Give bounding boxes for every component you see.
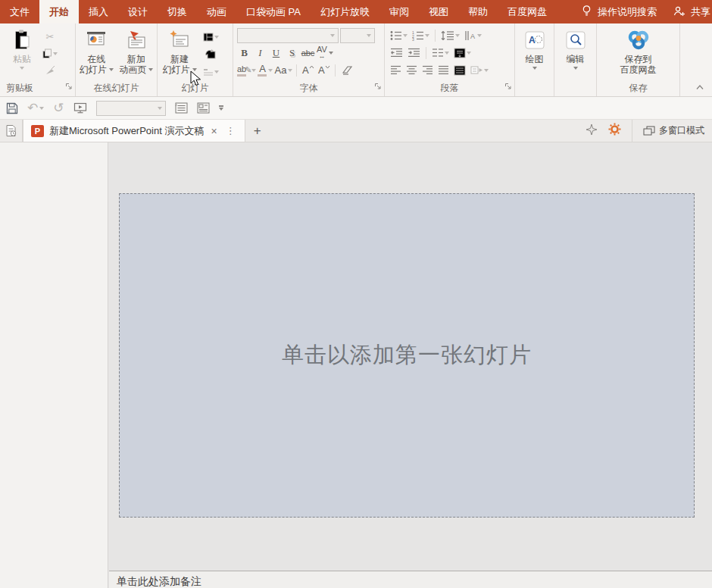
text-direction-button[interactable]: A	[463, 28, 483, 43]
align-text-button[interactable]	[452, 45, 473, 61]
tab-file[interactable]: 文件	[0, 0, 39, 23]
tab-animations[interactable]: 动画	[197, 0, 236, 23]
highlight-button[interactable]: ab ✎	[237, 63, 256, 78]
slide-thumbnail-pane[interactable]	[0, 142, 108, 588]
justify-button[interactable]	[436, 63, 451, 78]
redo-button[interactable]: ↺	[53, 102, 64, 114]
settings-button[interactable]	[608, 123, 621, 139]
change-case-button[interactable]: Aa	[274, 63, 292, 78]
align-left-button[interactable]	[389, 63, 403, 78]
tab-baidu-netdisk[interactable]: 百度网盘	[498, 0, 557, 23]
clipboard-group-label: 剪贴板	[0, 82, 75, 95]
undo-button[interactable]: ↶	[27, 102, 44, 114]
line-spacing-button[interactable]	[439, 28, 461, 43]
document-tab[interactable]: P 新建Microsoft PowerPoint 演示文稿 × ⋮	[23, 120, 245, 142]
copy-icon	[42, 48, 52, 58]
paste-button[interactable]: 粘贴	[2, 27, 42, 83]
italic-button[interactable]: I	[253, 45, 267, 61]
pen-icon: ✎	[245, 66, 251, 74]
draw-label: 绘图	[526, 54, 544, 64]
qat-text-layout-button[interactable]	[175, 102, 188, 114]
customize-qat-button[interactable]	[219, 105, 223, 111]
font-color-button[interactable]: A	[258, 63, 273, 78]
tell-me-search[interactable]: 操作说明搜索	[575, 0, 663, 23]
tab-home[interactable]: 开始	[39, 0, 79, 23]
font-size-combo[interactable]	[340, 28, 375, 43]
slideshow-icon	[73, 102, 87, 114]
clipboard-dialog-launcher[interactable]	[65, 80, 73, 93]
document-title: 新建Microsoft PowerPoint 演示文稿	[49, 124, 204, 138]
copy-button[interactable]	[42, 46, 58, 61]
group-clipboard: 粘贴 ✂ 剪贴板	[0, 23, 76, 96]
bullets-button[interactable]	[389, 28, 409, 43]
strikethrough-button[interactable]: abc	[301, 45, 315, 61]
save-button[interactable]	[6, 102, 18, 114]
tab-more-icon[interactable]: ⋮	[224, 125, 237, 136]
close-tab-icon[interactable]: ×	[209, 125, 218, 137]
section-button[interactable]	[202, 64, 219, 79]
collapse-ribbon-button[interactable]	[695, 80, 704, 93]
cut-button[interactable]: ✂	[42, 30, 58, 44]
qat-combo[interactable]	[96, 101, 166, 116]
new-slide-label-1: 新建	[170, 54, 189, 64]
notes-pane[interactable]: 单击此处添加备注	[109, 571, 712, 588]
tab-insert[interactable]: 插入	[79, 0, 118, 23]
notes-placeholder-text: 单击此处添加备注	[117, 575, 201, 587]
sparkle-button[interactable]	[586, 124, 598, 139]
tell-me-label: 操作说明搜索	[598, 5, 657, 19]
svg-text:A: A	[529, 35, 536, 45]
slideshow-from-current-button[interactable]	[73, 102, 87, 114]
new-animation-page-button[interactable]: 新加 动画页	[118, 27, 155, 83]
tab-view[interactable]: 视图	[419, 0, 458, 23]
layout-icon	[203, 33, 214, 42]
qat-slide-notes-button[interactable]	[197, 102, 210, 114]
tab-review[interactable]: 审阅	[379, 0, 419, 23]
document-list-button[interactable]	[0, 120, 23, 142]
group-font: B I U S abc AV↔ ab ✎ A	[233, 23, 385, 96]
scissors-icon: ✂	[46, 32, 55, 42]
draw-button[interactable]: A 绘图	[517, 27, 551, 83]
group-save: 保存到 百度网盘 保存	[597, 23, 680, 96]
grow-font-button[interactable]: A	[301, 63, 315, 78]
decrease-indent-button[interactable]	[389, 45, 404, 61]
align-right-icon	[422, 65, 433, 75]
edit-label: 编辑	[567, 54, 585, 64]
increase-indent-button[interactable]	[406, 45, 422, 61]
format-painter-button[interactable]	[42, 63, 58, 77]
layout-button[interactable]	[202, 30, 219, 44]
tab-transitions[interactable]: 切换	[158, 0, 197, 23]
convert-smartart-button[interactable]	[469, 63, 490, 78]
align-center-button[interactable]	[404, 63, 419, 78]
online-slide-button[interactable]: 在线 幻灯片	[78, 27, 115, 83]
mouse-cursor	[190, 70, 202, 90]
underline-button[interactable]: U	[269, 45, 283, 61]
save-to-baidu-label-2: 百度网盘	[620, 64, 657, 75]
edit-button[interactable]: 编辑	[557, 27, 594, 83]
tab-pocket-animation[interactable]: 口袋动画 PA	[236, 0, 311, 23]
slide-notes-icon	[197, 102, 210, 114]
numbering-button[interactable]: 123	[411, 28, 431, 43]
font-name-combo[interactable]	[237, 28, 339, 43]
multi-window-mode-button[interactable]: 多窗口模式	[632, 120, 704, 142]
group-online-slides: 在线 幻灯片 新加 动画页 在线幻灯片	[76, 23, 158, 96]
tab-slideshow[interactable]: 幻灯片放映	[311, 0, 379, 23]
new-slide-label-2: 幻灯片	[163, 64, 190, 75]
share-button[interactable]: 共享	[663, 0, 712, 23]
distribute-button[interactable]	[452, 63, 467, 78]
character-spacing-button[interactable]: AV↔	[317, 45, 333, 61]
tab-help[interactable]: 帮助	[458, 0, 498, 23]
shrink-font-button[interactable]: A	[317, 63, 331, 78]
align-right-button[interactable]	[420, 63, 435, 78]
columns-button[interactable]	[430, 45, 451, 61]
bold-button[interactable]: B	[237, 45, 251, 61]
tab-design[interactable]: 设计	[118, 0, 158, 23]
increase-indent-icon	[408, 48, 420, 58]
save-to-baidu-button[interactable]: 保存到 百度网盘	[612, 27, 665, 83]
font-dialog-launcher[interactable]	[374, 80, 382, 93]
slide-placeholder[interactable]: 单击以添加第一张幻灯片	[119, 193, 695, 518]
reset-slide-button[interactable]	[202, 47, 219, 61]
paragraph-dialog-launcher[interactable]	[504, 80, 512, 93]
new-tab-button[interactable]: +	[245, 120, 270, 142]
clear-formatting-button[interactable]	[339, 63, 354, 78]
text-shadow-button[interactable]: S	[285, 45, 299, 61]
